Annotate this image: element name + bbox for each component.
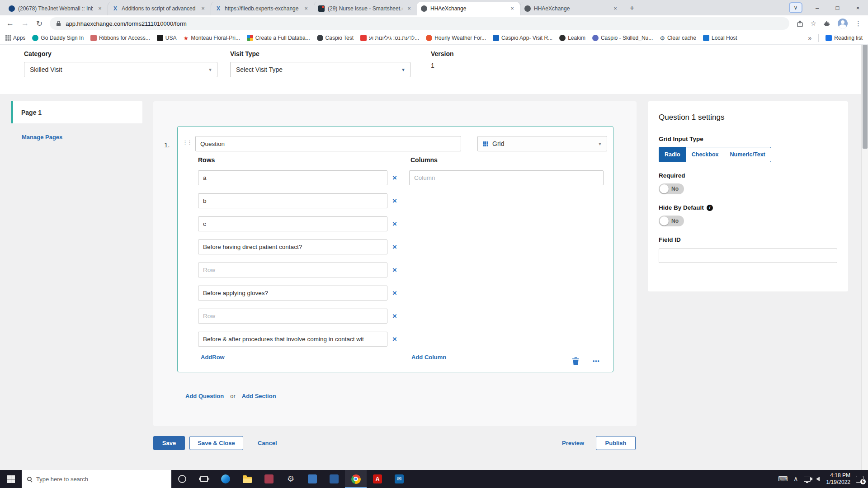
browser-menu-icon[interactable]: ⋮	[855, 19, 862, 28]
hide-by-default-toggle[interactable]: No	[659, 216, 684, 226]
page-scrollbar[interactable]	[861, 45, 868, 470]
tray-expand-icon[interactable]: ∧	[793, 475, 798, 483]
browser-tab-hhaexchange-active[interactable]: HHAeXchange ×	[417, 2, 520, 15]
pinned-app-button-1[interactable]	[258, 470, 280, 488]
sidebar-page-item[interactable]: Page 1	[11, 101, 142, 123]
browser-tab-webmail[interactable]: (20678) TheJnet Webmail :: Inbox ×	[5, 2, 108, 15]
bookmark-caspio-test[interactable]: Caspio Test	[317, 35, 354, 41]
bookmarks-overflow-icon[interactable]: »	[808, 34, 812, 42]
bookmark-caspio-app[interactable]: Caspio App- Visit R...	[493, 35, 552, 41]
save-and-close-button[interactable]: Save & Close	[189, 436, 243, 450]
back-icon[interactable]: ←	[6, 19, 14, 28]
forward-icon[interactable]: →	[21, 19, 29, 28]
bookmark-leakim[interactable]: Leakim	[559, 35, 585, 41]
column-input[interactable]	[409, 170, 604, 185]
more-options-icon[interactable]: •••	[593, 358, 600, 364]
volume-icon[interactable]	[816, 477, 820, 481]
bookmark-star-icon[interactable]: ☆	[811, 19, 816, 28]
profile-avatar[interactable]	[838, 19, 848, 28]
edge-button[interactable]	[215, 470, 236, 488]
bookmark-hebrew-site[interactable]: לדעת.נט: גיליונות וע...	[360, 35, 419, 41]
taskbar-search-input[interactable]	[36, 476, 166, 483]
settings-button[interactable]: ⚙	[280, 470, 302, 488]
bookmark-clear-cache[interactable]: ⚙ Clear cache	[660, 35, 696, 42]
publish-button[interactable]: Publish	[596, 436, 636, 450]
action-center-icon[interactable]: 6	[856, 476, 863, 483]
save-button[interactable]: Save	[153, 436, 185, 450]
preview-link[interactable]: Preview	[562, 440, 584, 446]
required-toggle[interactable]: No	[659, 183, 684, 194]
row-input-2[interactable]	[198, 193, 387, 208]
bookmark-caspio-skilled[interactable]: Caspio - Skilled_Nu...	[592, 35, 653, 41]
delete-row-icon[interactable]: ×	[389, 286, 400, 300]
question-text-input[interactable]	[195, 136, 461, 151]
bookmark-apps[interactable]: Apps	[5, 35, 25, 41]
bookmark-monteau[interactable]: ★ Monteau Floral-Pri...	[184, 35, 240, 42]
bookmark-godaddy[interactable]: Go Daddy Sign In	[32, 35, 84, 41]
start-button[interactable]	[0, 470, 22, 488]
browser-tab-experts-exchange-2[interactable]: https://filedb.experts-exchange. ×	[211, 2, 314, 15]
browser-tab-experts-exchange-1[interactable]: Additions to script of advanced c ×	[108, 2, 211, 15]
pinned-app-button-2[interactable]	[302, 470, 323, 488]
file-explorer-button[interactable]	[236, 470, 258, 488]
browser-tab-hhaexchange-2[interactable]: HHAeXchange ×	[520, 2, 623, 15]
tab-search-icon[interactable]: ∨	[789, 2, 802, 13]
row-input-5[interactable]	[198, 263, 387, 277]
input-type-checkbox-button[interactable]: Checkbox	[686, 147, 725, 162]
bookmark-usa[interactable]: USA	[157, 35, 177, 41]
row-input-4[interactable]	[198, 239, 387, 254]
cancel-link[interactable]: Cancel	[258, 440, 277, 446]
info-icon[interactable]	[707, 205, 713, 211]
bookmark-local-host[interactable]: Local Host	[703, 35, 737, 41]
row-input-3[interactable]	[198, 216, 387, 231]
visit-type-select[interactable]: Select Visit Type ▾	[230, 62, 410, 77]
row-input-7[interactable]	[198, 309, 387, 324]
drag-handle-icon[interactable]: ⋮⋮	[182, 139, 191, 146]
acrobat-button[interactable]	[367, 470, 388, 488]
category-select[interactable]: Skilled Visit ▾	[24, 62, 217, 77]
outlook-button[interactable]	[388, 470, 410, 488]
bookmark-weather[interactable]: Hourly Weather For...	[426, 35, 486, 41]
input-type-numeric-text-button[interactable]: Numeric/Text	[724, 147, 771, 162]
field-id-input[interactable]	[659, 249, 837, 263]
reading-list-button[interactable]: Reading list	[826, 35, 863, 41]
maximize-icon[interactable]: □	[827, 0, 848, 15]
add-row-link[interactable]: AddRow	[201, 354, 225, 361]
pinned-app-button-3[interactable]	[323, 470, 345, 488]
row-input-6[interactable]	[198, 286, 387, 300]
bookmark-create-database[interactable]: Create a Full Databa...	[247, 35, 310, 41]
input-type-radio-button[interactable]: Radio	[659, 147, 686, 162]
add-question-link[interactable]: Add Question	[185, 393, 224, 399]
tab-close-icon[interactable]: ×	[199, 5, 207, 12]
bookmark-ribbons[interactable]: Ribbons for Access...	[90, 35, 150, 41]
row-input-8[interactable]	[198, 332, 387, 347]
delete-question-icon[interactable]	[572, 357, 580, 366]
delete-row-icon[interactable]: ×	[389, 170, 400, 185]
extensions-puzzle-icon[interactable]	[824, 20, 830, 27]
tab-close-icon[interactable]: ×	[612, 5, 619, 12]
share-icon[interactable]	[797, 20, 803, 27]
tab-close-icon[interactable]: ×	[406, 5, 413, 12]
browser-tab-smartsheet[interactable]: (29) Nurse issue - Smartsheet.cor ×	[314, 2, 417, 15]
add-column-link[interactable]: Add Column	[411, 354, 446, 361]
url-input[interactable]: app.hhaexchange.com/forms2111010000/form	[50, 17, 789, 30]
scrollbar-thumb[interactable]	[863, 45, 868, 149]
cortana-button[interactable]	[171, 470, 193, 488]
tab-close-icon[interactable]: ×	[96, 5, 104, 12]
new-tab-button[interactable]: +	[626, 2, 638, 14]
close-window-icon[interactable]: ×	[848, 0, 868, 15]
row-input-1[interactable]	[198, 170, 387, 185]
taskbar-search[interactable]	[22, 470, 171, 488]
delete-row-icon[interactable]: ×	[389, 309, 400, 324]
task-view-button[interactable]	[193, 470, 215, 488]
delete-row-icon[interactable]: ×	[389, 263, 400, 277]
delete-row-icon[interactable]: ×	[389, 216, 400, 231]
add-section-link[interactable]: Add Section	[242, 393, 276, 399]
question-type-select[interactable]: Grid ▾	[477, 136, 607, 151]
network-icon[interactable]	[804, 477, 811, 482]
touch-keyboard-icon[interactable]: ⌨	[778, 475, 788, 483]
delete-row-icon[interactable]: ×	[389, 239, 400, 254]
tab-close-icon[interactable]: ×	[509, 5, 516, 12]
delete-row-icon[interactable]: ×	[389, 332, 400, 347]
refresh-icon[interactable]: ↻	[36, 19, 42, 28]
